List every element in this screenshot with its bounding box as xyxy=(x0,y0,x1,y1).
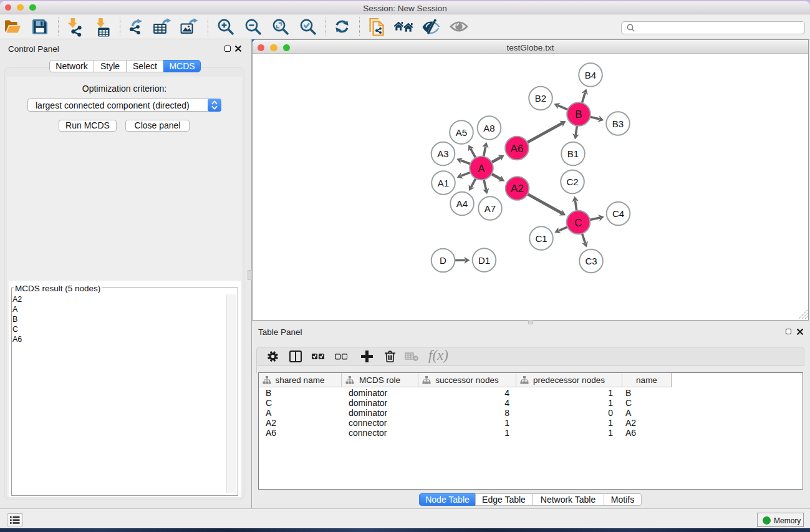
svg-text:C4: C4 xyxy=(612,208,624,219)
svg-text:A5: A5 xyxy=(456,127,467,138)
svg-text:A4: A4 xyxy=(456,198,468,209)
svg-text:A8: A8 xyxy=(483,123,494,133)
svg-text:B: B xyxy=(575,109,582,120)
svg-text:C: C xyxy=(574,217,582,229)
svg-text:C3: C3 xyxy=(585,256,597,266)
svg-text:B3: B3 xyxy=(612,118,624,129)
svg-text:D1: D1 xyxy=(478,255,490,266)
svg-text:C2: C2 xyxy=(566,177,578,187)
svg-text:A7: A7 xyxy=(485,203,496,214)
svg-text:A1: A1 xyxy=(438,178,449,188)
svg-text:A6: A6 xyxy=(511,143,524,155)
svg-text:B2: B2 xyxy=(535,93,546,104)
svg-text:A3: A3 xyxy=(437,148,448,159)
svg-text:C1: C1 xyxy=(535,233,547,244)
svg-text:A: A xyxy=(478,163,485,175)
svg-text:D: D xyxy=(440,255,446,266)
svg-text:A2: A2 xyxy=(511,183,524,195)
svg-text:B1: B1 xyxy=(567,148,579,159)
svg-text:B4: B4 xyxy=(585,70,596,80)
